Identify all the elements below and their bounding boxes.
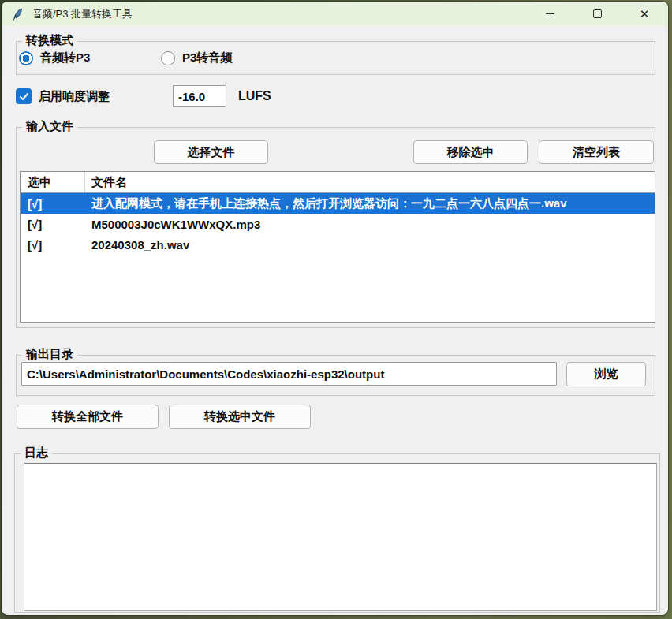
output-dir-group-label: 输出目录 bbox=[22, 347, 77, 362]
checkmark-icon bbox=[19, 91, 29, 102]
convert-selected-button[interactable]: 转换选中文件 bbox=[169, 405, 311, 429]
maximize-icon bbox=[593, 9, 602, 18]
window-title: 音频/P3 批量转换工具 bbox=[32, 7, 133, 21]
column-header-filename[interactable]: 文件名 bbox=[85, 172, 655, 192]
loudness-checkbox[interactable] bbox=[16, 88, 32, 104]
lufs-unit-label: LUFS bbox=[238, 89, 271, 103]
row-filename-cell: 20240308_zh.wav bbox=[85, 238, 655, 252]
file-table-header: 选中 文件名 bbox=[21, 172, 655, 193]
titlebar: 音频/P3 批量转换工具 ✕ bbox=[2, 2, 668, 26]
column-header-checked[interactable]: 选中 bbox=[21, 172, 85, 192]
select-files-button[interactable]: 选择文件 bbox=[154, 140, 268, 164]
tk-feather-icon bbox=[12, 8, 24, 21]
loudness-checkbox-label: 启用响度调整 bbox=[39, 89, 110, 104]
table-row[interactable]: [√] 进入配网模式，请在手机上连接热点，然后打开浏览器访问：一九二点一六八点四… bbox=[21, 193, 655, 214]
remove-selected-button[interactable]: 移除选中 bbox=[413, 140, 528, 164]
maximize-button[interactable] bbox=[573, 2, 621, 26]
row-filename-cell: M500003J0cWK1WWxQX.mp3 bbox=[85, 218, 655, 231]
row-checked-cell: [√] bbox=[21, 197, 85, 211]
desktop: { "window": { "title": "音频/P3 批量转换工具", "… bbox=[0, 0, 672, 619]
row-checked-cell: [√] bbox=[21, 238, 85, 252]
browse-button[interactable]: 浏览 bbox=[566, 362, 646, 386]
file-list-table: 选中 文件名 [√] 进入配网模式，请在手机上连接热点，然后打开浏览器访问：一九… bbox=[20, 171, 655, 323]
table-row[interactable]: [√] 20240308_zh.wav bbox=[21, 234, 655, 255]
output-path-input[interactable] bbox=[21, 362, 557, 386]
minimize-icon bbox=[546, 13, 554, 14]
minimize-button[interactable] bbox=[526, 2, 573, 26]
radio-unselected-icon bbox=[161, 51, 175, 65]
clear-list-button[interactable]: 清空列表 bbox=[539, 140, 654, 164]
row-checked-cell: [√] bbox=[21, 218, 85, 231]
close-icon: ✕ bbox=[640, 8, 650, 20]
table-row[interactable]: [√] M500003J0cWK1WWxQX.mp3 bbox=[21, 214, 655, 234]
radio-p3-to-audio[interactable]: P3转音频 bbox=[161, 50, 232, 65]
window-controls: ✕ bbox=[526, 2, 668, 26]
close-button[interactable]: ✕ bbox=[621, 2, 668, 26]
log-textarea[interactable] bbox=[24, 463, 657, 611]
radio-selected-icon bbox=[19, 51, 33, 65]
input-files-group-label: 输入文件 bbox=[22, 119, 77, 134]
radio-audio-to-p3[interactable]: 音频转P3 bbox=[19, 50, 90, 65]
loudness-value-input[interactable] bbox=[173, 85, 226, 107]
app-window: 音频/P3 批量转换工具 ✕ 转换模式 音频转P3 P3转音频 启用响度调整 L… bbox=[2, 2, 668, 615]
mode-groupbox: 转换模式 bbox=[16, 41, 655, 75]
mode-group-label: 转换模式 bbox=[22, 33, 77, 48]
row-filename-cell: 进入配网模式，请在手机上连接热点，然后打开浏览器访问：一九二点一六八点四点一.w… bbox=[85, 196, 655, 211]
convert-all-button[interactable]: 转换全部文件 bbox=[17, 405, 159, 429]
log-group-label: 日志 bbox=[21, 446, 52, 461]
